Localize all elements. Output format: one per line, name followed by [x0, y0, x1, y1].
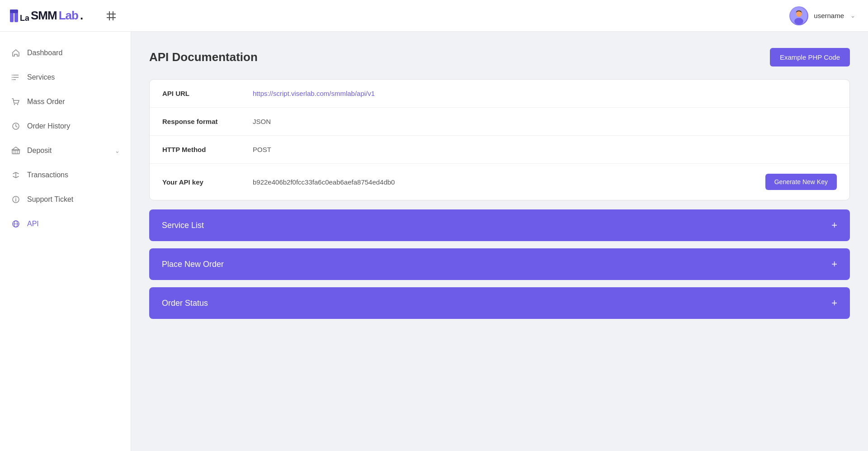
globe-icon: [11, 219, 21, 229]
example-php-code-button[interactable]: Example PHP Code: [770, 48, 850, 66]
chevron-down-icon: ⌄: [115, 147, 120, 154]
svg-marker-22: [12, 147, 19, 150]
svg-point-10: [794, 18, 803, 24]
svg-point-15: [12, 75, 13, 76]
place-new-order-accordion[interactable]: Place New Order +: [149, 248, 850, 280]
page-header: API Documentation Example PHP Code: [149, 48, 850, 66]
http-method-value: POST: [253, 146, 837, 153]
accordion-expand-icon: +: [831, 219, 837, 231]
ticket-icon: [11, 195, 21, 204]
api-key-row: Your API key b922e406b2f0fcc33fa6c0eab6a…: [150, 164, 849, 200]
sidebar-item-label: Deposit: [27, 147, 108, 155]
accordion-title: Service List: [162, 221, 204, 230]
response-format-label: Response format: [162, 118, 253, 125]
svg-point-17: [12, 79, 13, 80]
accordion-expand-icon: +: [831, 297, 837, 309]
home-icon: [11, 48, 21, 58]
sidebar-item-deposit[interactable]: Deposit ⌄: [0, 138, 131, 163]
avatar: [789, 6, 808, 25]
response-format-value: JSON: [253, 118, 837, 125]
svg-rect-1: [14, 12, 18, 22]
http-method-row: HTTP Method POST: [150, 136, 849, 164]
sidebar-item-label: Dashboard: [27, 49, 120, 57]
svg-point-16: [12, 77, 13, 78]
sidebar-item-label: Order History: [27, 122, 120, 130]
sidebar-item-label: Transactions: [27, 171, 120, 179]
sidebar-item-label: Mass Order: [27, 98, 120, 106]
accordion-expand-icon: +: [831, 258, 837, 270]
main-content: API Documentation Example PHP Code API U…: [131, 32, 868, 451]
logo-text-dark: SMM: [31, 9, 57, 23]
sidebar-item-mass-order[interactable]: Mass Order: [0, 90, 131, 114]
sidebar-item-label: Support Ticket: [27, 195, 120, 204]
grid-toggle-button[interactable]: [105, 9, 118, 22]
grid-icon: [105, 9, 118, 22]
logo-text-accent: Lab: [59, 9, 78, 23]
header: Lab SMMLab . username: [0, 0, 868, 32]
accordion-title: Place New Order: [162, 260, 224, 269]
svg-rect-2: [10, 9, 18, 13]
sidebar-item-support-ticket[interactable]: Support Ticket: [0, 187, 131, 212]
generate-new-key-button[interactable]: Generate New Key: [765, 174, 837, 190]
arrows-icon: [11, 170, 21, 180]
logo-dot: .: [80, 9, 83, 23]
sidebar-item-label: Services: [27, 73, 120, 81]
service-list-accordion[interactable]: Service List +: [149, 209, 850, 241]
sidebar-item-transactions[interactable]: Transactions: [0, 163, 131, 187]
order-status-accordion[interactable]: Order Status +: [149, 287, 850, 319]
sidebar-item-services[interactable]: Services: [0, 65, 131, 90]
header-right: username ⌄: [789, 6, 855, 25]
sidebar-item-order-history[interactable]: Order History: [0, 114, 131, 138]
list-icon: [11, 72, 21, 82]
logo-icon: Lab: [9, 6, 29, 26]
svg-point-18: [14, 104, 15, 105]
sidebar: Dashboard Services: [0, 32, 131, 451]
api-key-value: b922e406b2f0fcc33fa6c0eab6aefa8754ed4db0: [253, 178, 756, 186]
api-info-card: API URL https://script.viserlab.com/smml…: [149, 79, 850, 200]
sidebar-item-api[interactable]: API: [0, 212, 131, 236]
cart-icon: [11, 97, 21, 107]
api-url-label: API URL: [162, 90, 253, 97]
api-url-row: API URL https://script.viserlab.com/smml…: [150, 80, 849, 108]
avatar-image: [790, 7, 807, 24]
api-url-value: https://script.viserlab.com/smmlab/api/v…: [253, 90, 837, 97]
header-left: Lab SMMLab .: [9, 6, 118, 26]
http-method-label: HTTP Method: [162, 146, 253, 153]
svg-point-29: [15, 198, 16, 199]
username-label: username: [814, 12, 844, 19]
svg-point-19: [17, 104, 18, 105]
response-format-row: Response format JSON: [150, 108, 849, 136]
svg-text:Lab: Lab: [20, 14, 29, 23]
bank-icon: [11, 146, 21, 156]
accordion-title: Order Status: [162, 299, 208, 308]
api-key-label: Your API key: [162, 178, 253, 186]
sidebar-item-label: API: [27, 220, 120, 228]
clock-icon: [11, 121, 21, 131]
sidebar-item-dashboard[interactable]: Dashboard: [0, 41, 131, 65]
chevron-down-icon[interactable]: ⌄: [850, 12, 855, 19]
page-title: API Documentation: [149, 50, 258, 64]
layout: Dashboard Services: [0, 32, 868, 451]
logo[interactable]: Lab SMMLab .: [9, 6, 83, 26]
